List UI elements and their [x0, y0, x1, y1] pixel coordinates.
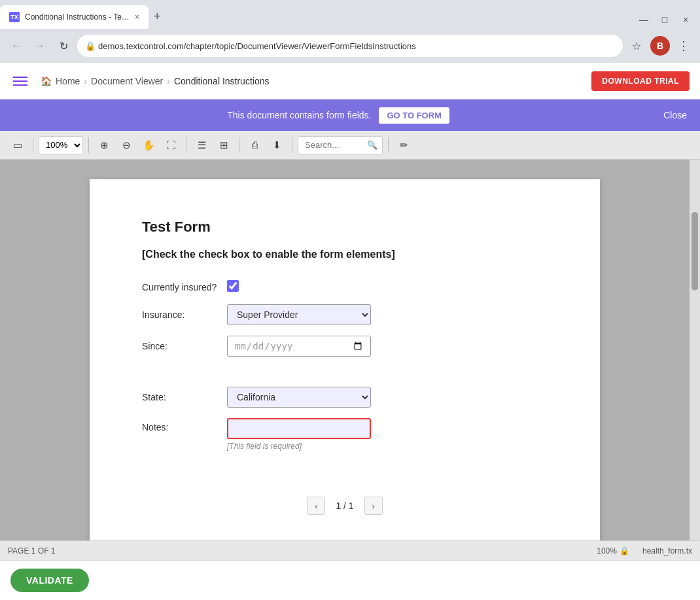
app-header: 🏠 Home › Document Viewer › Conditional I…: [0, 63, 700, 99]
print-button[interactable]: ⎙: [245, 135, 264, 155]
zoom-out-icon: ⊖: [122, 139, 131, 151]
hamburger-menu[interactable]: [10, 74, 30, 88]
download-button[interactable]: ⬇: [267, 135, 287, 155]
toolbar-separator-5: [292, 137, 292, 153]
notes-label: Notes:: [142, 418, 227, 432]
breadcrumb-current: Conditional Instructions: [174, 76, 270, 86]
notes-wrapper: [This field is required]: [227, 418, 371, 451]
document-title: Test Form: [142, 219, 548, 236]
insurance-label: Insurance:: [142, 309, 227, 320]
zoom-level-label: 100%: [597, 546, 617, 556]
back-button[interactable]: ←: [7, 36, 26, 56]
filename-label: health_form.tx: [642, 546, 692, 556]
maximize-button[interactable]: □: [656, 10, 674, 29]
browser-tab[interactable]: TX Conditional Instructions - Text C... …: [0, 5, 149, 29]
address-bar: ← → ↻ 🔒 ☆ B ⋮: [0, 29, 700, 63]
tab-favicon: TX: [9, 12, 20, 22]
scrollbar-thumb[interactable]: [691, 212, 698, 291]
insured-row: Currently insured?: [142, 280, 548, 294]
minimize-button[interactable]: —: [635, 10, 653, 29]
content-area: Test Form [Check the check box to enable…: [0, 160, 700, 540]
toolbar-separator-1: [33, 137, 33, 153]
breadcrumb-section[interactable]: Document Viewer: [91, 76, 163, 86]
prev-page-button[interactable]: ‹: [307, 497, 325, 515]
toolbar-separator-2: [88, 137, 89, 153]
close-window-button[interactable]: ×: [676, 10, 695, 29]
since-row: Since:: [142, 336, 548, 357]
since-date-input[interactable]: [227, 336, 371, 357]
status-bar: PAGE 1 OF 1 100% 🔒 health_form.tx: [0, 540, 700, 560]
zoom-out-button[interactable]: ⊖: [116, 135, 136, 155]
pan-button[interactable]: ✋: [139, 135, 158, 155]
print-icon: ⎙: [252, 139, 258, 150]
insurance-select[interactable]: Super Provider Provider A Provider B: [227, 304, 371, 325]
status-mid: 100% 🔒: [597, 546, 629, 556]
state-select-wrapper: California Texas New York Florida: [227, 387, 371, 408]
grid-icon: ⊞: [220, 139, 228, 151]
notes-input[interactable]: [227, 418, 371, 439]
notes-row: Notes: [This field is required]: [142, 418, 548, 451]
panel-icon: ▭: [13, 139, 22, 151]
refresh-button[interactable]: ↻: [54, 36, 73, 56]
lock-icon: 🔒: [85, 41, 96, 51]
fit-icon: ⛶: [166, 139, 176, 150]
next-page-button[interactable]: ›: [364, 497, 383, 515]
lock-status-icon: 🔒: [620, 546, 629, 556]
document-subtitle: [Check the check box to enable the form …: [142, 249, 548, 260]
download-trial-button[interactable]: DOWNLOAD TRIAL: [591, 71, 690, 91]
state-select[interactable]: California Texas New York Florida: [227, 387, 371, 408]
page-nav-controls: ‹ 1 / 1 ›: [307, 497, 382, 515]
search-wrapper: 🔍: [298, 136, 383, 154]
profile-button[interactable]: B: [650, 36, 670, 56]
address-input[interactable]: [77, 35, 623, 57]
page-nav-current: 1 / 1: [330, 501, 359, 511]
document-page: Test Form [Check the check box to enable…: [90, 179, 600, 540]
zoom-in-icon: ⊕: [100, 139, 109, 151]
toolbar-separator-3: [186, 137, 186, 153]
download-icon: ⬇: [273, 139, 281, 151]
browser-menu-button[interactable]: ⋮: [674, 36, 693, 56]
tab-close-button[interactable]: ×: [135, 12, 139, 22]
zoom-select[interactable]: 100% 50% 75% 125% 150% 200%: [39, 136, 83, 154]
breadcrumb-home[interactable]: Home: [56, 76, 80, 86]
pencil-button[interactable]: ✏: [394, 135, 413, 155]
new-tab-button[interactable]: +: [149, 5, 166, 29]
page-area: Test Form [Check the check box to enable…: [0, 160, 690, 540]
search-icon: 🔍: [367, 140, 377, 150]
justify-icon: ☰: [198, 139, 206, 151]
insured-checkbox-wrapper: [227, 280, 239, 294]
since-date-wrapper: [227, 336, 371, 357]
zoom-in-button[interactable]: ⊕: [94, 135, 114, 155]
validate-button[interactable]: VALIDATE: [10, 569, 89, 592]
tab-title: Conditional Instructions - Text C...: [25, 12, 130, 22]
notification-bar: This document contains form fields. GO T…: [0, 99, 700, 131]
notification-close-button[interactable]: Close: [663, 110, 687, 120]
notes-required-hint: [This field is required]: [227, 442, 371, 451]
home-icon: 🏠: [41, 76, 52, 86]
pan-icon: ✋: [143, 139, 155, 151]
insurance-select-wrapper: Super Provider Provider A Provider B: [227, 304, 371, 325]
toolbar-separator-6: [388, 137, 389, 153]
breadcrumb: 🏠 Home › Document Viewer › Conditional I…: [41, 76, 269, 86]
fit-button[interactable]: ⛶: [161, 135, 181, 155]
vertical-scrollbar[interactable]: [690, 160, 700, 540]
breadcrumb-sep1: ›: [84, 76, 87, 86]
insured-label: Currently insured?: [142, 282, 227, 292]
state-label: State:: [142, 392, 227, 402]
bookmark-button[interactable]: ☆: [627, 36, 646, 56]
pencil-icon: ✏: [400, 139, 408, 151]
notification-text: This document contains form fields. GO T…: [13, 107, 663, 124]
validate-bar: VALIDATE: [0, 560, 700, 600]
breadcrumb-sep2: ›: [167, 76, 170, 86]
go-to-form-button[interactable]: GO TO FORM: [379, 107, 449, 124]
page-navigation: ‹ 1 / 1 ›: [142, 477, 548, 515]
page-count-label: PAGE 1 OF 1: [8, 546, 55, 556]
spacer: [142, 367, 548, 387]
panel-toggle-button[interactable]: ▭: [8, 135, 27, 155]
forward-button[interactable]: →: [30, 36, 50, 56]
state-row: State: California Texas New York Florida: [142, 387, 548, 408]
toolbar-separator-4: [239, 137, 239, 153]
grid-button[interactable]: ⊞: [214, 135, 234, 155]
insured-checkbox[interactable]: [227, 280, 239, 292]
justify-button[interactable]: ☰: [192, 135, 211, 155]
